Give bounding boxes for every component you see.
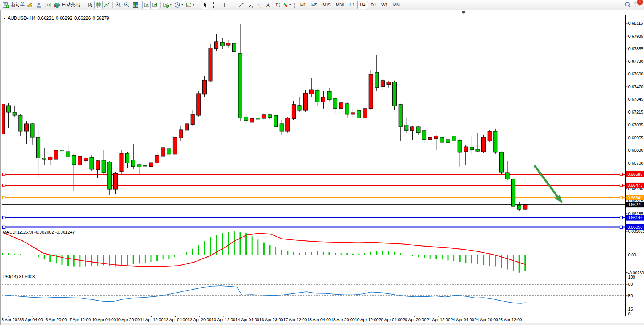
candle [137, 165, 141, 167]
search-icon [624, 2, 631, 8]
collapse-triangle-icon[interactable]: ▼ [3, 17, 6, 20]
hline-handle[interactable] [620, 196, 623, 199]
candle [381, 81, 384, 87]
candle [48, 157, 52, 160]
horizontal-line-button[interactable] [229, 1, 237, 9]
timeframe-button-MN[interactable]: MN [391, 1, 402, 9]
price-tick-label: 0.67215 [628, 110, 644, 114]
arrows-button[interactable]: ▼ [281, 1, 293, 9]
candle [428, 137, 432, 140]
hline-handle[interactable] [3, 226, 5, 228]
timeframe-toolbar: M1M5M15M30H1H4D1W1MN [298, 1, 402, 9]
candle [84, 158, 88, 161]
vertical-line-button[interactable] [220, 1, 229, 9]
profile-icon [36, 2, 42, 8]
fibonacci-button[interactable]: F [255, 1, 264, 9]
price-chart-canvas[interactable]: 0.681150.679850.678550.677300.676000.674… [0, 10, 644, 325]
price-badge-label: 0.66146 [628, 215, 643, 220]
hline-handle[interactable] [3, 216, 5, 219]
candle [238, 53, 242, 118]
candle [393, 82, 397, 106]
hline-handle[interactable] [3, 184, 5, 187]
candle [256, 118, 260, 119]
zoom-in-button[interactable] [114, 1, 123, 9]
line-chart-button[interactable] [103, 1, 111, 9]
search-button[interactable] [623, 1, 632, 9]
periods-button[interactable]: ▼ [173, 1, 185, 9]
timeframe-button-H4[interactable]: H4 [357, 1, 368, 9]
hline-handle[interactable] [620, 216, 623, 219]
candle [226, 43, 230, 45]
candle [387, 82, 391, 85]
equidistant-channel-button[interactable]: E [245, 1, 255, 9]
timeframe-button-M5[interactable]: M5 [309, 1, 320, 9]
time-label: 18 Apr 20:00 [331, 317, 355, 322]
bar-chart-button[interactable] [86, 1, 94, 9]
timeframe-button-D1[interactable]: D1 [368, 1, 379, 9]
periods-dropdown-arrow[interactable]: ▼ [181, 3, 183, 6]
candle [327, 91, 331, 100]
hline-handle[interactable] [620, 226, 623, 228]
chart-shift-marker[interactable] [461, 11, 466, 14]
toolbar-grip[interactable] [294, 2, 296, 8]
hline-handle[interactable] [3, 173, 5, 176]
toolbar-separator [141, 2, 141, 8]
candle [37, 137, 40, 158]
equidistant-channel-icon: E [247, 2, 253, 8]
candle [155, 155, 159, 163]
time-label: 6 Apr 04:00 [22, 317, 43, 322]
timeframe-button-W1[interactable]: W1 [379, 1, 391, 9]
profile-button[interactable] [35, 1, 43, 9]
indicators-dropdown-arrow[interactable]: ▼ [169, 3, 172, 6]
arrows-dropdown-arrow[interactable]: ▼ [289, 3, 292, 6]
messages-button[interactable]: 1 [632, 1, 642, 9]
chart-shift-button[interactable] [151, 1, 159, 9]
crosshair-button[interactable] [209, 1, 218, 9]
megaphone-button[interactable] [26, 1, 35, 9]
hline-handle[interactable] [3, 196, 5, 199]
zoom-out-button[interactable] [123, 1, 131, 9]
auto-scroll-button[interactable] [142, 1, 151, 9]
candle [309, 90, 313, 94]
candle [339, 103, 343, 109]
signal-button[interactable] [43, 1, 52, 9]
hline-handle[interactable] [620, 184, 623, 187]
text-label-button[interactable]: T [272, 1, 281, 9]
timeframe-button-M30[interactable]: M30 [333, 1, 347, 9]
candle [422, 131, 426, 140]
time-label: 21 Apr 12:00 [427, 317, 450, 322]
text-button[interactable]: A [264, 1, 272, 9]
price-tick-label: 0.66955 [628, 136, 644, 140]
trendline-button[interactable] [237, 1, 245, 9]
macd-axis-label: 0.00 [628, 253, 636, 257]
text-label-icon: T [273, 2, 280, 8]
candle [512, 179, 515, 206]
tile-windows-button[interactable] [131, 1, 140, 9]
hline-handle[interactable] [620, 173, 623, 176]
templates-dropdown-arrow[interactable]: ▼ [192, 3, 195, 6]
trend-arrow-line[interactable] [534, 165, 558, 197]
cursor-button[interactable] [201, 1, 209, 9]
candle [446, 140, 450, 143]
toolbar-grip[interactable] [198, 2, 199, 8]
price-badge-label: 0.66585 [628, 172, 643, 176]
toolbar-grip[interactable] [83, 2, 84, 8]
candle [369, 74, 373, 109]
candle [24, 124, 28, 131]
price-badge-label: 0.66473 [628, 183, 643, 187]
candlestick-chart-button[interactable] [94, 1, 103, 9]
line-chart-icon [104, 2, 110, 8]
candle [102, 160, 105, 173]
templates-button[interactable]: ▼ [185, 1, 196, 9]
candle [120, 153, 123, 172]
price-tick-label: 0.67600 [628, 72, 644, 76]
timeframe-button-M15[interactable]: M15 [320, 1, 333, 9]
candle [345, 104, 349, 114]
timeframe-button-H1[interactable]: H1 [347, 1, 357, 9]
indicators-button[interactable]: ▼ [162, 1, 173, 9]
toolbar-separator [160, 2, 161, 8]
timeframe-button-M1[interactable]: M1 [298, 1, 309, 9]
price-tick-label: 0.67470 [628, 85, 644, 89]
new-order-button[interactable]: 新订单 [2, 1, 26, 9]
autotrading-button[interactable]: 自动交易 [52, 1, 81, 9]
